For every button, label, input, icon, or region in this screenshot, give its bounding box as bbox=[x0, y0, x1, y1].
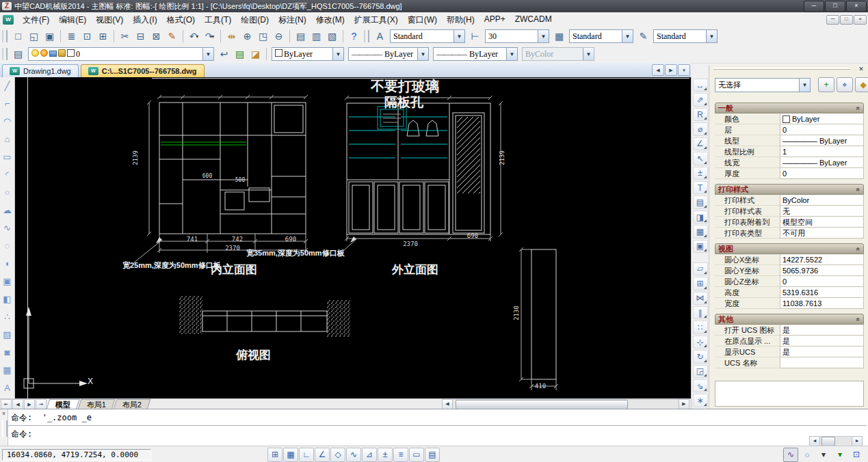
layout-tab-模型[interactable]: 模型 bbox=[47, 399, 80, 409]
chevron-down-icon[interactable]: ▼ bbox=[538, 30, 549, 42]
polyline-tool[interactable]: ⌐ bbox=[0, 96, 14, 110]
chevron-down-icon[interactable]: ▼ bbox=[417, 48, 428, 60]
color-combo[interactable]: ByLayer▼ bbox=[272, 47, 344, 61]
chevron-down-icon[interactable]: ▼ bbox=[506, 48, 517, 60]
collapse-chevron-icon[interactable]: « bbox=[855, 247, 863, 251]
command-prompt[interactable]: 命令: bbox=[8, 427, 867, 438]
scroll-right-icon[interactable]: ▶ bbox=[679, 399, 689, 409]
text-tool[interactable]: T bbox=[693, 181, 708, 194]
property-value[interactable]: 5319.6316 bbox=[780, 287, 864, 298]
menu-格式O[interactable]: 格式(O) bbox=[162, 13, 200, 27]
property-value[interactable]: 不可用 bbox=[780, 228, 864, 239]
layer-manager-button[interactable]: ▤ bbox=[10, 46, 26, 62]
property-value[interactable] bbox=[780, 357, 864, 368]
tab-scroll-right-button[interactable]: ▶ bbox=[665, 64, 677, 76]
explode-tool[interactable]: ∗ bbox=[693, 394, 708, 407]
menu-ZWCADM[interactable]: ZWCADM bbox=[510, 13, 557, 27]
help-button[interactable]: ? bbox=[346, 29, 362, 44]
zoom-previous-button[interactable]: ⊖ bbox=[271, 29, 287, 44]
toolbar-grip[interactable] bbox=[2, 48, 8, 60]
chevron-down-icon[interactable]: ▼ bbox=[202, 48, 213, 60]
command-scrollbar[interactable]: ◀ ▶ bbox=[809, 436, 863, 444]
selection-filter-combo[interactable]: 无选择 ▼ bbox=[715, 78, 811, 92]
prev-layout-button[interactable]: ◀ bbox=[12, 399, 23, 409]
chevron-down-icon[interactable]: ▾ bbox=[196, 33, 198, 40]
otrack-toggle[interactable]: ∿ bbox=[346, 448, 361, 462]
menu-视图V[interactable]: 视图(V) bbox=[91, 13, 128, 27]
menu-文件F[interactable]: 文件(F) bbox=[18, 13, 54, 27]
text-style-combo[interactable]: Standard▼ bbox=[390, 29, 465, 43]
table-tool[interactable]: ▦ bbox=[0, 363, 14, 377]
layer-translate-button[interactable]: ◪ bbox=[248, 46, 263, 62]
property-value[interactable]: 0 bbox=[780, 168, 864, 179]
scroll-right-icon[interactable]: ▶ bbox=[852, 436, 863, 446]
leader-tool[interactable]: ↖ bbox=[693, 152, 708, 165]
save-file-button[interactable]: ▣ bbox=[42, 29, 57, 44]
property-value[interactable]: 是 bbox=[780, 346, 864, 357]
chevron-down-icon[interactable]: ▼ bbox=[453, 30, 464, 42]
print-preview-button[interactable]: ⊡ bbox=[79, 29, 95, 44]
dim-style-tool[interactable]: ◨ bbox=[693, 210, 708, 223]
model-space-toggle[interactable]: ▭ bbox=[409, 448, 424, 462]
property-value[interactable]: ByColor bbox=[780, 195, 864, 206]
menu-APP+[interactable]: APP+ bbox=[479, 13, 510, 27]
property-value[interactable]: 1 bbox=[780, 146, 864, 157]
undo-button[interactable]: ↶▾ bbox=[186, 29, 202, 44]
mirror-tool[interactable]: ⋈ bbox=[693, 292, 708, 305]
mdi-minimize-button[interactable]: ─ bbox=[826, 15, 839, 25]
menu-编辑E[interactable]: 编辑(E) bbox=[54, 13, 91, 27]
collapse-chevron-icon[interactable]: « bbox=[855, 187, 863, 191]
canvas-hscrollbar[interactable]: ◀▶ bbox=[442, 400, 689, 409]
sheet-manager-button[interactable]: ▧ bbox=[324, 29, 340, 44]
property-value[interactable]: 0 bbox=[780, 124, 864, 135]
layer-previous-button[interactable]: ↩ bbox=[216, 46, 232, 62]
ellipse-tool[interactable]: ◌ bbox=[0, 239, 14, 252]
radius-dimension-tool[interactable]: R bbox=[693, 108, 708, 121]
spline-tool[interactable]: ∿ bbox=[0, 221, 14, 234]
line-tool[interactable]: ╱ bbox=[0, 79, 14, 92]
display-dropdown[interactable]: ▾ bbox=[832, 448, 847, 462]
property-value[interactable]: —————ByLayer bbox=[780, 135, 864, 146]
dim-style-combo[interactable]: 30▼ bbox=[485, 29, 549, 43]
property-value[interactable]: —————ByLayer bbox=[780, 157, 864, 168]
tab-scroll-left-button[interactable]: ◀ bbox=[652, 64, 664, 76]
menu-窗口W[interactable]: 窗口(W) bbox=[403, 13, 442, 27]
dim-style[interactable]: ⊢ bbox=[467, 29, 483, 44]
scroll-thumb[interactable] bbox=[456, 400, 628, 409]
rectangle-tool[interactable]: ▭ bbox=[0, 150, 14, 163]
stretch-tool[interactable]: ⇘ bbox=[693, 379, 708, 392]
scroll-left-icon[interactable]: ◀ bbox=[809, 436, 820, 446]
publish-button[interactable]: ⊞ bbox=[95, 29, 111, 44]
array-tool[interactable]: ∷ bbox=[693, 321, 708, 334]
document-tab[interactable]: WC:\...S1C7005--766758.dwg bbox=[81, 64, 205, 77]
property-value[interactable]: 11038.7613 bbox=[780, 298, 864, 309]
property-value[interactable]: ByLayer bbox=[780, 113, 864, 124]
pan-button[interactable]: ⇹ bbox=[224, 29, 239, 44]
format-painter-button[interactable]: ✎ bbox=[164, 29, 180, 44]
text-style[interactable]: A bbox=[372, 29, 388, 44]
hatch-tool[interactable]: ▨ bbox=[0, 327, 14, 341]
chevron-down-icon[interactable]: ▾ bbox=[211, 33, 214, 40]
aligned-dimension-tool[interactable]: ⇗ bbox=[693, 93, 708, 106]
revision-cloud-tool[interactable]: ☁ bbox=[0, 203, 14, 217]
layer-states-button[interactable]: ▤ bbox=[232, 46, 248, 62]
point-tool[interactable]: ∴ bbox=[0, 310, 14, 323]
angular-dimension-tool[interactable]: ∠ bbox=[693, 137, 708, 150]
block-tool[interactable]: ▣ bbox=[693, 240, 708, 253]
chevron-down-icon[interactable]: ▼ bbox=[706, 30, 717, 42]
mtext-tool[interactable]: A bbox=[0, 381, 14, 394]
restore-button[interactable]: □ bbox=[825, 1, 845, 12]
chevron-down-icon[interactable]: ▼ bbox=[622, 30, 633, 42]
fullscreen-button[interactable]: ⊡ bbox=[849, 448, 864, 462]
polygon-tool[interactable]: ⌂ bbox=[0, 132, 14, 146]
property-value[interactable]: 是 bbox=[780, 336, 864, 346]
linear-dimension-tool[interactable]: ↔ bbox=[693, 79, 708, 92]
command-grip[interactable]: x bbox=[0, 409, 8, 446]
command-close-icon[interactable]: x bbox=[1, 410, 7, 417]
last-layout-button[interactable]: ⇥ bbox=[36, 399, 47, 409]
property-value[interactable]: 模型空间 bbox=[780, 217, 864, 228]
section-header[interactable]: 其他« bbox=[715, 314, 864, 325]
menu-工具T[interactable]: 工具(T) bbox=[200, 13, 236, 27]
minimize-button[interactable]: ─ bbox=[804, 1, 824, 12]
property-value[interactable]: 无 bbox=[780, 206, 864, 217]
